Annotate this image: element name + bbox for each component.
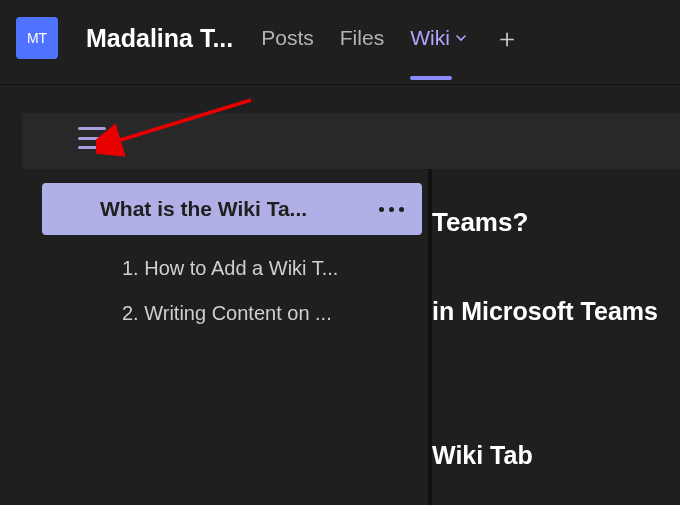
dots-icon	[379, 207, 384, 212]
add-tab-button[interactable]: ＋	[494, 25, 520, 51]
dots-icon	[389, 207, 394, 212]
wiki-sidebar: What is the Wiki Ta... 1. How to Add a W…	[22, 169, 432, 505]
hamburger-icon	[78, 137, 106, 140]
wiki-page-title: What is the Wiki Ta...	[100, 197, 307, 221]
tab-wiki-label: Wiki	[410, 26, 450, 50]
tab-posts-label: Posts	[261, 26, 314, 50]
chevron-down-icon	[454, 26, 468, 50]
content-heading-fragment: in Microsoft Teams	[432, 297, 658, 326]
wiki-main: What is the Wiki Ta... 1. How to Add a W…	[22, 113, 680, 505]
more-options-button[interactable]	[379, 207, 404, 212]
wiki-toolbar	[22, 113, 680, 169]
tab-files[interactable]: Files	[340, 26, 384, 50]
hamburger-icon	[78, 146, 106, 149]
content-heading-fragment: Teams?	[432, 207, 528, 238]
wiki-page-selected[interactable]: What is the Wiki Ta...	[42, 183, 422, 235]
avatar-initials: MT	[27, 30, 47, 46]
tab-files-label: Files	[340, 26, 384, 50]
wiki-content: Teams? in Microsoft Teams Wiki Tab	[432, 169, 680, 505]
tab-posts[interactable]: Posts	[261, 26, 314, 50]
hamburger-icon	[78, 127, 106, 130]
toc-item[interactable]: 1. How to Add a Wiki T...	[42, 257, 422, 280]
hamburger-menu-button[interactable]	[78, 127, 106, 149]
dots-icon	[399, 207, 404, 212]
team-name[interactable]: Madalina T...	[86, 24, 233, 53]
toc-item[interactable]: 2. Writing Content on ...	[42, 302, 422, 325]
channel-tabs: Posts Files Wiki ＋	[261, 25, 520, 51]
content-heading-fragment: Wiki Tab	[432, 441, 533, 470]
plus-icon: ＋	[494, 23, 520, 53]
header-divider	[0, 84, 680, 85]
app-header: MT Madalina T... Posts Files Wiki ＋	[0, 0, 680, 76]
tab-wiki[interactable]: Wiki	[410, 26, 468, 50]
wiki-columns: What is the Wiki Ta... 1. How to Add a W…	[22, 169, 680, 505]
team-avatar[interactable]: MT	[16, 17, 58, 59]
